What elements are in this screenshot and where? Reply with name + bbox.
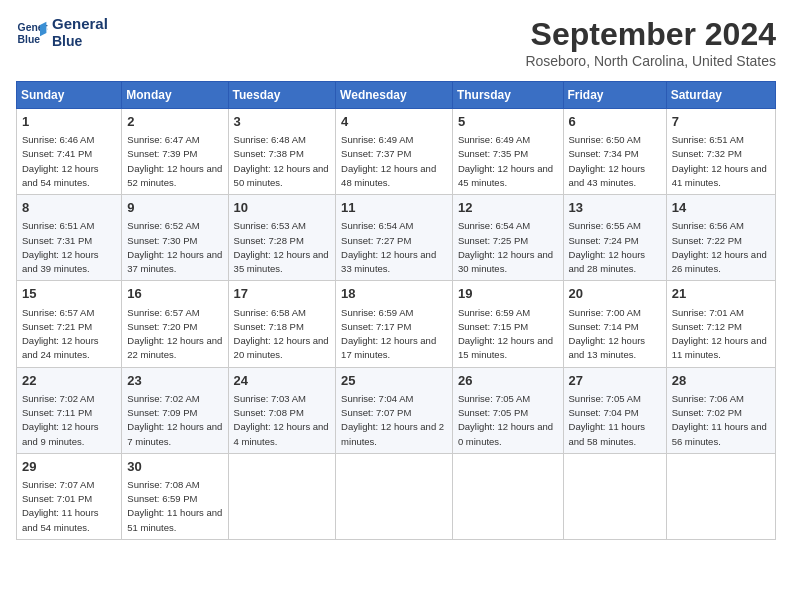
- calendar-cell: [666, 453, 775, 539]
- day-info: Sunrise: 6:55 AMSunset: 7:24 PMDaylight:…: [569, 219, 661, 276]
- calendar-cell: 20Sunrise: 7:00 AMSunset: 7:14 PMDayligh…: [563, 281, 666, 367]
- day-number: 5: [458, 113, 558, 131]
- calendar-week-row: 22Sunrise: 7:02 AMSunset: 7:11 PMDayligh…: [17, 367, 776, 453]
- day-info: Sunrise: 7:07 AMSunset: 7:01 PMDaylight:…: [22, 478, 116, 535]
- day-info: Sunrise: 6:50 AMSunset: 7:34 PMDaylight:…: [569, 133, 661, 190]
- col-header-saturday: Saturday: [666, 82, 775, 109]
- day-info: Sunrise: 7:05 AMSunset: 7:05 PMDaylight:…: [458, 392, 558, 449]
- calendar-cell: [336, 453, 453, 539]
- day-info: Sunrise: 6:51 AMSunset: 7:32 PMDaylight:…: [672, 133, 770, 190]
- day-number: 9: [127, 199, 222, 217]
- day-info: Sunrise: 7:08 AMSunset: 6:59 PMDaylight:…: [127, 478, 222, 535]
- calendar-cell: 17Sunrise: 6:58 AMSunset: 7:18 PMDayligh…: [228, 281, 336, 367]
- calendar-cell: 11Sunrise: 6:54 AMSunset: 7:27 PMDayligh…: [336, 195, 453, 281]
- svg-text:Blue: Blue: [18, 33, 41, 44]
- calendar-cell: 29Sunrise: 7:07 AMSunset: 7:01 PMDayligh…: [17, 453, 122, 539]
- calendar-cell: [228, 453, 336, 539]
- day-number: 25: [341, 372, 447, 390]
- calendar-cell: 26Sunrise: 7:05 AMSunset: 7:05 PMDayligh…: [452, 367, 563, 453]
- calendar-cell: 24Sunrise: 7:03 AMSunset: 7:08 PMDayligh…: [228, 367, 336, 453]
- day-info: Sunrise: 6:57 AMSunset: 7:20 PMDaylight:…: [127, 306, 222, 363]
- col-header-monday: Monday: [122, 82, 228, 109]
- day-number: 7: [672, 113, 770, 131]
- calendar-cell: 22Sunrise: 7:02 AMSunset: 7:11 PMDayligh…: [17, 367, 122, 453]
- day-number: 1: [22, 113, 116, 131]
- day-number: 3: [234, 113, 331, 131]
- month-title: September 2024: [525, 16, 776, 53]
- day-info: Sunrise: 6:47 AMSunset: 7:39 PMDaylight:…: [127, 133, 222, 190]
- day-number: 11: [341, 199, 447, 217]
- logo-icon: General Blue: [16, 17, 48, 49]
- day-info: Sunrise: 6:59 AMSunset: 7:15 PMDaylight:…: [458, 306, 558, 363]
- day-info: Sunrise: 7:05 AMSunset: 7:04 PMDaylight:…: [569, 392, 661, 449]
- calendar-cell: 19Sunrise: 6:59 AMSunset: 7:15 PMDayligh…: [452, 281, 563, 367]
- calendar-week-row: 29Sunrise: 7:07 AMSunset: 7:01 PMDayligh…: [17, 453, 776, 539]
- day-number: 13: [569, 199, 661, 217]
- page-header: General Blue GeneralBlue September 2024 …: [16, 16, 776, 69]
- day-number: 16: [127, 285, 222, 303]
- day-info: Sunrise: 7:06 AMSunset: 7:02 PMDaylight:…: [672, 392, 770, 449]
- day-number: 19: [458, 285, 558, 303]
- day-info: Sunrise: 6:46 AMSunset: 7:41 PMDaylight:…: [22, 133, 116, 190]
- calendar-cell: 27Sunrise: 7:05 AMSunset: 7:04 PMDayligh…: [563, 367, 666, 453]
- calendar-cell: 1Sunrise: 6:46 AMSunset: 7:41 PMDaylight…: [17, 109, 122, 195]
- day-info: Sunrise: 6:56 AMSunset: 7:22 PMDaylight:…: [672, 219, 770, 276]
- col-header-friday: Friday: [563, 82, 666, 109]
- calendar-week-row: 15Sunrise: 6:57 AMSunset: 7:21 PMDayligh…: [17, 281, 776, 367]
- day-info: Sunrise: 6:52 AMSunset: 7:30 PMDaylight:…: [127, 219, 222, 276]
- calendar-cell: 28Sunrise: 7:06 AMSunset: 7:02 PMDayligh…: [666, 367, 775, 453]
- day-info: Sunrise: 6:58 AMSunset: 7:18 PMDaylight:…: [234, 306, 331, 363]
- calendar-header-row: SundayMondayTuesdayWednesdayThursdayFrid…: [17, 82, 776, 109]
- calendar-week-row: 8Sunrise: 6:51 AMSunset: 7:31 PMDaylight…: [17, 195, 776, 281]
- day-number: 21: [672, 285, 770, 303]
- title-block: September 2024 Roseboro, North Carolina,…: [525, 16, 776, 69]
- location: Roseboro, North Carolina, United States: [525, 53, 776, 69]
- day-info: Sunrise: 7:03 AMSunset: 7:08 PMDaylight:…: [234, 392, 331, 449]
- day-number: 28: [672, 372, 770, 390]
- calendar-cell: 21Sunrise: 7:01 AMSunset: 7:12 PMDayligh…: [666, 281, 775, 367]
- day-info: Sunrise: 6:48 AMSunset: 7:38 PMDaylight:…: [234, 133, 331, 190]
- day-number: 22: [22, 372, 116, 390]
- calendar-cell: 10Sunrise: 6:53 AMSunset: 7:28 PMDayligh…: [228, 195, 336, 281]
- day-info: Sunrise: 6:54 AMSunset: 7:27 PMDaylight:…: [341, 219, 447, 276]
- calendar-cell: 2Sunrise: 6:47 AMSunset: 7:39 PMDaylight…: [122, 109, 228, 195]
- day-number: 23: [127, 372, 222, 390]
- day-info: Sunrise: 6:57 AMSunset: 7:21 PMDaylight:…: [22, 306, 116, 363]
- calendar-cell: 5Sunrise: 6:49 AMSunset: 7:35 PMDaylight…: [452, 109, 563, 195]
- calendar-cell: 3Sunrise: 6:48 AMSunset: 7:38 PMDaylight…: [228, 109, 336, 195]
- calendar-cell: 23Sunrise: 7:02 AMSunset: 7:09 PMDayligh…: [122, 367, 228, 453]
- calendar-cell: 7Sunrise: 6:51 AMSunset: 7:32 PMDaylight…: [666, 109, 775, 195]
- day-info: Sunrise: 7:01 AMSunset: 7:12 PMDaylight:…: [672, 306, 770, 363]
- calendar-cell: [563, 453, 666, 539]
- day-info: Sunrise: 7:02 AMSunset: 7:11 PMDaylight:…: [22, 392, 116, 449]
- logo: General Blue GeneralBlue: [16, 16, 108, 49]
- day-number: 20: [569, 285, 661, 303]
- day-number: 4: [341, 113, 447, 131]
- day-number: 8: [22, 199, 116, 217]
- day-info: Sunrise: 6:49 AMSunset: 7:37 PMDaylight:…: [341, 133, 447, 190]
- calendar-week-row: 1Sunrise: 6:46 AMSunset: 7:41 PMDaylight…: [17, 109, 776, 195]
- day-info: Sunrise: 7:00 AMSunset: 7:14 PMDaylight:…: [569, 306, 661, 363]
- day-info: Sunrise: 6:54 AMSunset: 7:25 PMDaylight:…: [458, 219, 558, 276]
- col-header-thursday: Thursday: [452, 82, 563, 109]
- calendar-table: SundayMondayTuesdayWednesdayThursdayFrid…: [16, 81, 776, 540]
- day-number: 30: [127, 458, 222, 476]
- calendar-cell: 13Sunrise: 6:55 AMSunset: 7:24 PMDayligh…: [563, 195, 666, 281]
- calendar-cell: 25Sunrise: 7:04 AMSunset: 7:07 PMDayligh…: [336, 367, 453, 453]
- calendar-cell: 16Sunrise: 6:57 AMSunset: 7:20 PMDayligh…: [122, 281, 228, 367]
- col-header-tuesday: Tuesday: [228, 82, 336, 109]
- day-number: 2: [127, 113, 222, 131]
- logo-text: GeneralBlue: [52, 16, 108, 49]
- day-number: 10: [234, 199, 331, 217]
- day-info: Sunrise: 6:49 AMSunset: 7:35 PMDaylight:…: [458, 133, 558, 190]
- col-header-wednesday: Wednesday: [336, 82, 453, 109]
- calendar-cell: 9Sunrise: 6:52 AMSunset: 7:30 PMDaylight…: [122, 195, 228, 281]
- day-number: 29: [22, 458, 116, 476]
- day-number: 18: [341, 285, 447, 303]
- day-number: 12: [458, 199, 558, 217]
- calendar-cell: 6Sunrise: 6:50 AMSunset: 7:34 PMDaylight…: [563, 109, 666, 195]
- calendar-cell: 4Sunrise: 6:49 AMSunset: 7:37 PMDaylight…: [336, 109, 453, 195]
- calendar-cell: [452, 453, 563, 539]
- day-number: 15: [22, 285, 116, 303]
- calendar-cell: 12Sunrise: 6:54 AMSunset: 7:25 PMDayligh…: [452, 195, 563, 281]
